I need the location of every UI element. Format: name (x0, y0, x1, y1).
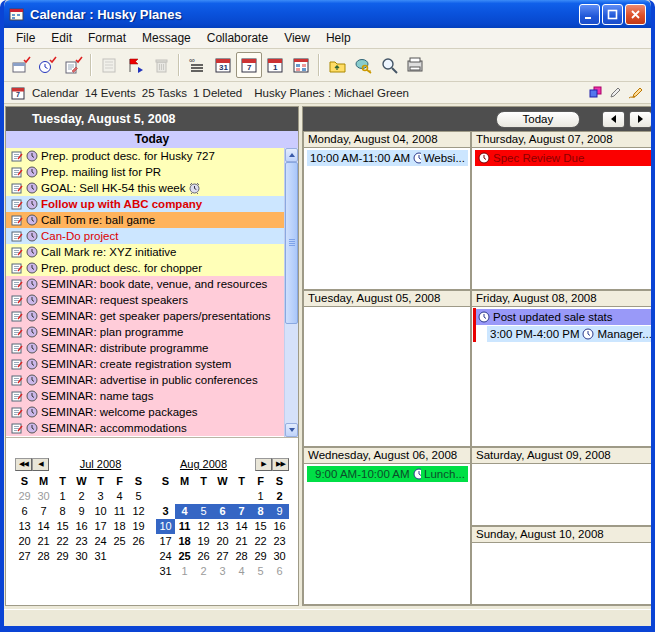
day-cell-tuesday[interactable] (303, 307, 471, 447)
minical-day[interactable]: 23 (270, 534, 289, 549)
minical-day[interactable]: 30 (72, 549, 91, 564)
minical-day[interactable]: 28 (232, 549, 251, 564)
minical-day[interactable]: 10 (156, 519, 175, 534)
minical-day[interactable]: 24 (91, 534, 110, 549)
minical-day[interactable]: 21 (232, 534, 251, 549)
minical-day[interactable]: 10 (91, 504, 110, 519)
flag-icon[interactable] (122, 52, 148, 78)
task-row[interactable]: GOAL: Sell HK-54 this week (6, 180, 284, 196)
task-row[interactable]: Call Mark re: XYZ initiative (6, 244, 284, 260)
minical-day[interactable]: 31 (156, 564, 175, 579)
task-list-scrollbar[interactable] (284, 148, 298, 437)
print-icon[interactable] (402, 52, 428, 78)
task-row[interactable]: SEMINAR: advertise in public conferences (6, 372, 284, 388)
close-button[interactable] (625, 4, 646, 25)
minical-day[interactable]: 1 (175, 564, 194, 579)
minical-day[interactable]: 3 (213, 564, 232, 579)
calendar-event[interactable]: 10:00 AM-11:00 AMWebsi... (307, 150, 468, 166)
minical-day[interactable]: 12 (129, 504, 148, 519)
minical-day[interactable]: 4 (110, 489, 129, 504)
search-icon[interactable] (376, 52, 402, 78)
minical-day[interactable]: 6 (270, 564, 289, 579)
minical-day[interactable]: 25 (110, 534, 129, 549)
calendar-event[interactable]: 9:00 AM-10:00 AMLunch... (307, 466, 468, 482)
minical-day[interactable]: 29 (251, 549, 270, 564)
minical-day[interactable]: 20 (213, 534, 232, 549)
task-row[interactable]: SEMINAR: create registration system (6, 356, 284, 372)
minical-day[interactable]: 2 (270, 489, 289, 504)
minimize-button[interactable] (579, 4, 600, 25)
minical-day[interactable]: 30 (34, 489, 53, 504)
minical-day[interactable]: 9 (72, 504, 91, 519)
minical-day[interactable]: 1 (53, 489, 72, 504)
minical-day[interactable]: 15 (53, 519, 72, 534)
minical-day[interactable]: 1 (251, 489, 270, 504)
task-row[interactable]: SEMINAR: name tags (6, 388, 284, 404)
task-row[interactable]: SEMINAR: distribute programme (6, 340, 284, 356)
task-row[interactable]: SEMINAR: book date, venue, and resources (6, 276, 284, 292)
minical-day[interactable]: 26 (194, 549, 213, 564)
day-cell-monday[interactable]: 10:00 AM-11:00 AMWebsi... (303, 148, 471, 290)
minical-day[interactable]: 29 (53, 549, 72, 564)
minical-day[interactable]: 7 (232, 504, 251, 519)
minical-day[interactable]: 30 (270, 549, 289, 564)
minical-day[interactable]: 3 (156, 504, 175, 519)
menu-view[interactable]: View (276, 29, 318, 47)
edit-pencil-icon[interactable] (609, 86, 622, 99)
minical-day[interactable]: 27 (15, 549, 34, 564)
minical-day[interactable]: 14 (34, 519, 53, 534)
day-cell-wednesday[interactable]: 9:00 AM-10:00 AMLunch... (303, 464, 471, 605)
day-cell-sunday[interactable] (471, 543, 655, 605)
minical-day[interactable]: 2 (72, 489, 91, 504)
minical-day[interactable]: 20 (15, 534, 34, 549)
day-cell-thursday[interactable]: Spec Review Due (471, 148, 655, 290)
previous-week-button[interactable] (602, 111, 625, 128)
calendar-event[interactable]: Post updated sale stats (475, 309, 655, 325)
menu-edit[interactable]: Edit (43, 29, 80, 47)
menu-file[interactable]: File (8, 29, 43, 47)
minical-day[interactable]: 16 (72, 519, 91, 534)
task-row[interactable]: Prep. product desc. for Husky 727 (6, 148, 284, 164)
next-year-button[interactable]: ▶▶ (272, 458, 289, 471)
menu-collaborate[interactable]: Collaborate (199, 29, 276, 47)
folder-up-icon[interactable] (324, 52, 350, 78)
week-view-icon[interactable]: 7 (236, 52, 262, 78)
list-view-icon[interactable]: ∞ (184, 52, 210, 78)
multi-page-view-icon[interactable] (288, 52, 314, 78)
menu-message[interactable]: Message (134, 29, 199, 47)
signature-pencil-icon[interactable] (628, 86, 644, 99)
minical-day[interactable]: 4 (175, 504, 194, 519)
access-key-icon[interactable] (350, 52, 376, 78)
minical-day[interactable]: 7 (34, 504, 53, 519)
minical-day[interactable]: 13 (15, 519, 34, 534)
scrollbar-thumb[interactable] (285, 162, 298, 324)
minical-day[interactable]: 17 (91, 519, 110, 534)
task-row[interactable]: Follow up with ABC company (6, 196, 284, 212)
minical-day[interactable]: 19 (129, 519, 148, 534)
new-task-icon[interactable] (60, 52, 86, 78)
today-button[interactable]: Today (496, 111, 580, 128)
month-label-jul[interactable]: Jul 2008 (49, 458, 152, 470)
minical-day[interactable]: 12 (194, 519, 213, 534)
minical-day[interactable]: 11 (110, 504, 129, 519)
minical-day[interactable]: 4 (232, 564, 251, 579)
minical-day[interactable]: 16 (270, 519, 289, 534)
month-view-icon[interactable]: 31 (210, 52, 236, 78)
minical-day[interactable]: 31 (91, 549, 110, 564)
minical-day[interactable]: 18 (175, 534, 194, 549)
minical-day[interactable]: 2 (194, 564, 213, 579)
maximize-button[interactable] (602, 4, 623, 25)
task-row[interactable]: SEMINAR: get speaker papers/presentation… (6, 308, 284, 324)
minical-day[interactable]: 15 (251, 519, 270, 534)
minical-day[interactable]: 29 (15, 489, 34, 504)
minical-day[interactable]: 6 (15, 504, 34, 519)
new-reminder-icon[interactable] (34, 52, 60, 78)
day-cell-saturday[interactable] (471, 464, 655, 526)
minical-day[interactable]: 5 (251, 564, 270, 579)
scrollbar-track[interactable] (285, 162, 298, 423)
task-row[interactable]: Call Tom re: ball game (6, 212, 284, 228)
minical-day[interactable]: 23 (72, 534, 91, 549)
new-entry-icon[interactable] (8, 52, 34, 78)
task-row[interactable]: SEMINAR: plan programme (6, 324, 284, 340)
task-row[interactable]: Prep. mailing list for PR (6, 164, 284, 180)
